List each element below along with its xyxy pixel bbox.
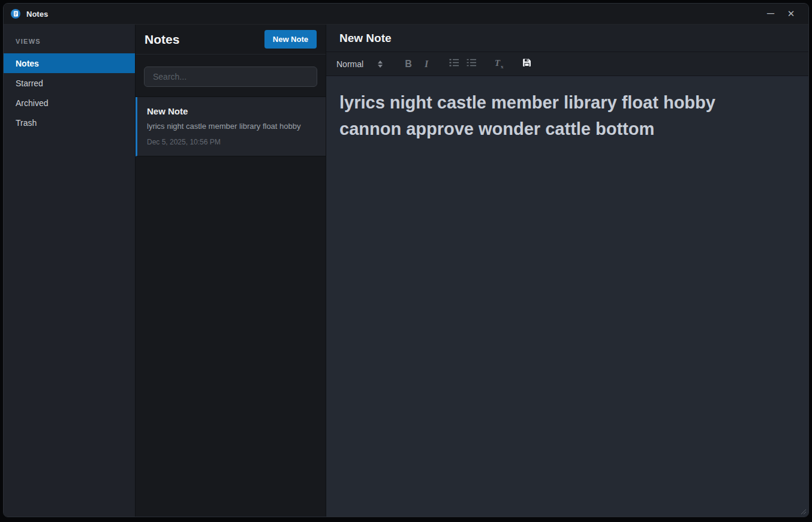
note-item-date: Dec 5, 2025, 10:56 PM [147, 138, 316, 146]
bullet-list-icon [467, 58, 477, 70]
notes-list-panel: Notes New Note New Note lyrics night cas… [136, 25, 326, 517]
clear-formatting-button[interactable]: Tx [492, 57, 506, 71]
ordered-list-icon [449, 58, 459, 70]
app-logo-icon [11, 9, 20, 19]
ordered-list-button[interactable] [447, 57, 461, 71]
sidebar-item-archived[interactable]: Archived [4, 93, 135, 113]
clear-formatting-icon: Tx [495, 58, 504, 70]
format-select-value: Normal [336, 59, 363, 69]
minimize-button[interactable]: ─ [760, 6, 781, 22]
note-body-heading[interactable]: lyrics night castle member library float… [339, 90, 747, 142]
bold-button[interactable]: B [402, 57, 415, 71]
bullet-list-button[interactable] [465, 57, 478, 71]
note-list-item[interactable]: New Note lyrics night castle member libr… [136, 97, 326, 156]
sidebar: VIEWS Notes Starred Archived Trash [4, 25, 136, 517]
app-window: Notes ─ ✕ VIEWS Notes Starred Archived T… [3, 3, 809, 517]
search-row [136, 55, 326, 96]
title-bar: Notes ─ ✕ [4, 4, 808, 25]
sidebar-item-trash[interactable]: Trash [4, 113, 135, 132]
editor-header: New Note [326, 25, 808, 52]
editor-note-title: New Note [339, 32, 392, 45]
save-icon [522, 58, 531, 70]
sidebar-item-starred[interactable]: Starred [4, 73, 135, 93]
editor-content-area[interactable]: lyrics night castle member library float… [326, 76, 808, 517]
editor-panel: New Note Normal B I [326, 25, 808, 517]
note-item-title: New Note [147, 106, 316, 116]
note-item-preview: lyrics night castle member library float… [147, 122, 316, 131]
sidebar-item-notes[interactable]: Notes [4, 53, 135, 73]
close-button[interactable]: ✕ [781, 6, 801, 22]
resize-grip[interactable] [798, 506, 807, 515]
editor-toolbar: Normal B I [326, 52, 808, 76]
format-select[interactable]: Normal [336, 59, 383, 69]
new-note-button[interactable]: New Note [264, 30, 317, 49]
main-layout: VIEWS Notes Starred Archived Trash Notes… [4, 25, 808, 517]
window-title: Notes [26, 10, 48, 19]
sidebar-section-label: VIEWS [4, 38, 135, 45]
search-input[interactable] [144, 67, 317, 87]
chevron-updown-icon [378, 61, 383, 68]
italic-button[interactable]: I [420, 57, 433, 71]
list-header: Notes New Note [136, 25, 326, 55]
save-button[interactable] [520, 57, 533, 71]
list-title: Notes [145, 32, 179, 47]
note-list: New Note lyrics night castle member libr… [136, 96, 326, 517]
